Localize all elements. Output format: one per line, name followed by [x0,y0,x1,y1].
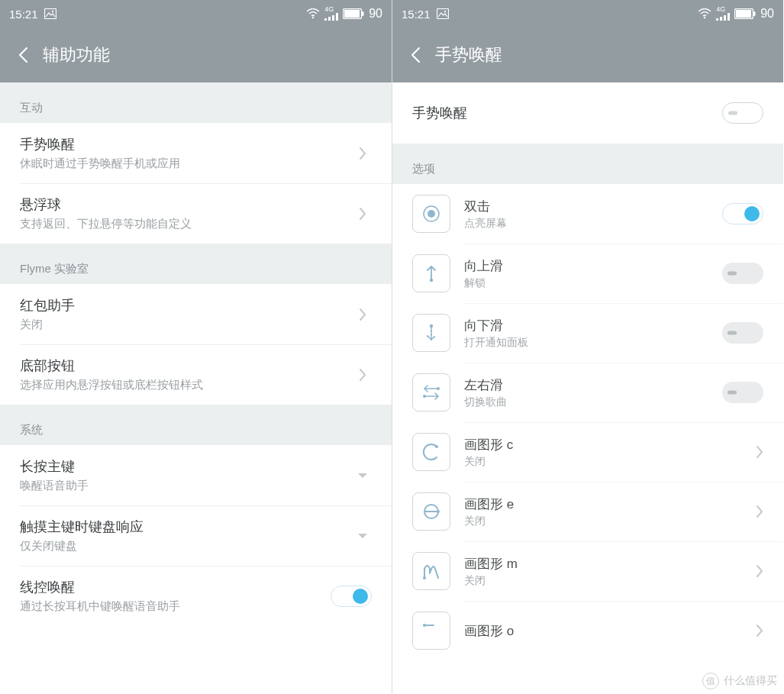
toggle[interactable] [331,586,372,607]
m-icon [412,552,450,590]
gesture-option-row[interactable]: 左右滑切换歌曲 [392,363,783,422]
svg-rect-13 [716,18,718,21]
battery-pct: 90 [760,7,774,21]
row-title: 悬浮球 [20,195,353,214]
section-header: 互动 [0,82,392,123]
master-label: 手势唤醒 [412,104,722,122]
settings-row[interactable]: 底部按钮选择应用内悬浮按钮或底栏按钮样式 [0,344,392,405]
gesture-option-row[interactable]: 画图形 o [392,601,783,660]
option-subtitle: 关闭 [464,515,742,528]
row-title: 触摸主键时键盘响应 [20,518,353,536]
option-title: 左右滑 [464,376,708,394]
battery-icon [343,8,364,19]
option-subtitle: 解锁 [464,276,708,290]
toggle[interactable] [722,203,763,224]
option-subtitle: 关闭 [464,574,742,588]
watermark: 值 什么值得买 [702,673,777,689]
gesture-wake-master[interactable]: 手势唤醒 [392,82,783,144]
signal-icon: 4G [324,6,338,21]
row-title: 底部按钮 [20,357,353,375]
o-icon [412,612,450,650]
svg-point-24 [437,387,440,390]
svg-rect-0 [44,9,56,19]
gesture-option-row[interactable]: 画图形 c关闭 [392,422,783,482]
chevron-right-icon [353,207,372,221]
svg-rect-6 [336,13,338,21]
gesture-option-row[interactable]: 向上滑解锁 [392,244,783,303]
chevron-right-icon [756,564,763,578]
option-subtitle: 打开通知面板 [464,336,708,350]
svg-point-22 [430,279,433,282]
battery-pct: 90 [369,7,382,21]
toggle[interactable] [722,382,763,403]
option-title: 画图形 o [464,622,742,640]
section-header: Flyme 实验室 [0,244,392,284]
settings-row[interactable]: 红包助手关闭 [0,284,392,344]
down-icon [412,314,450,352]
gesture-option-row[interactable]: 双击点亮屏幕 [392,184,783,244]
back-button[interactable] [406,46,424,64]
settings-row[interactable]: 手势唤醒休眠时通过手势唤醒手机或应用 [0,123,392,183]
svg-rect-5 [332,15,334,21]
settings-row[interactable]: 触摸主键时键盘响应仅关闭键盘 [0,505,392,566]
page-title: 手势唤醒 [435,44,502,66]
option-title: 向下滑 [464,317,708,334]
master-toggle[interactable] [722,102,763,124]
screenshot-icon [437,8,449,19]
dropdown-icon [353,533,372,539]
svg-point-21 [427,210,435,218]
header: 辅助功能 [0,27,392,82]
row-subtitle: 支持返回、下拉悬停等功能自定义 [20,217,353,231]
option-subtitle: 关闭 [464,455,742,469]
svg-rect-4 [328,17,331,21]
status-time: 15:21 [402,8,431,21]
gesture-option-row[interactable]: 画图形 m关闭 [392,541,783,601]
svg-point-29 [423,576,426,579]
option-title: 画图形 c [464,436,742,454]
svg-rect-9 [362,11,364,16]
svg-rect-16 [728,13,730,21]
lr-icon [412,373,450,412]
gesture-option-row[interactable]: 画图形 e关闭 [392,482,783,541]
gesture-option-row[interactable]: 向下滑打开通知面板 [392,303,783,363]
svg-rect-15 [724,15,726,21]
status-bar: 15:21 4G 90 [392,0,783,27]
back-button[interactable] [14,46,32,64]
option-subtitle: 点亮屏幕 [464,217,708,231]
svg-point-11 [444,11,445,12]
status-time: 15:21 [9,8,38,21]
left-screen: 15:21 4G 90 辅助功能 互动手势唤醒休眠时通过手势唤醒手机或应用悬浮球… [0,0,392,694]
chevron-right-icon [756,624,763,638]
toggle[interactable] [722,263,763,284]
status-bar: 15:21 4G 90 [0,0,392,27]
svg-rect-10 [437,9,448,19]
svg-rect-18 [736,10,751,18]
row-title: 线控唤醒 [20,578,331,596]
chevron-right-icon [353,368,372,382]
svg-rect-8 [344,10,360,18]
svg-point-2 [312,17,314,18]
settings-row[interactable]: 线控唤醒通过长按耳机中键唤醒语音助手 [0,566,392,626]
settings-row[interactable]: 悬浮球支持返回、下拉悬停等功能自定义 [0,183,392,244]
svg-point-23 [430,324,433,328]
e-icon [412,492,450,531]
svg-rect-14 [720,17,722,21]
svg-point-25 [423,395,426,398]
right-screen: 15:21 4G 90 手势唤醒 手势唤醒 选项 双击点亮屏幕向上滑解锁向下滑打… [392,0,783,694]
watermark-text: 什么值得买 [724,674,777,688]
section-header: 系统 [0,405,392,445]
row-subtitle: 通过长按耳机中键唤醒语音助手 [20,599,331,614]
toggle[interactable] [722,322,763,344]
settings-row[interactable]: 长按主键唤醒语音助手 [0,445,392,505]
option-title: 双击 [464,198,708,215]
row-subtitle: 唤醒语音助手 [20,479,353,493]
row-subtitle: 选择应用内悬浮按钮或底栏按钮样式 [20,378,353,392]
doubletap-icon [412,195,450,233]
row-title: 红包助手 [20,296,353,315]
wifi-icon [698,8,711,19]
row-title: 长按主键 [20,457,353,476]
svg-point-26 [435,445,438,448]
chevron-right-icon [353,147,372,160]
svg-rect-19 [753,11,756,16]
page-title: 辅助功能 [43,44,110,66]
